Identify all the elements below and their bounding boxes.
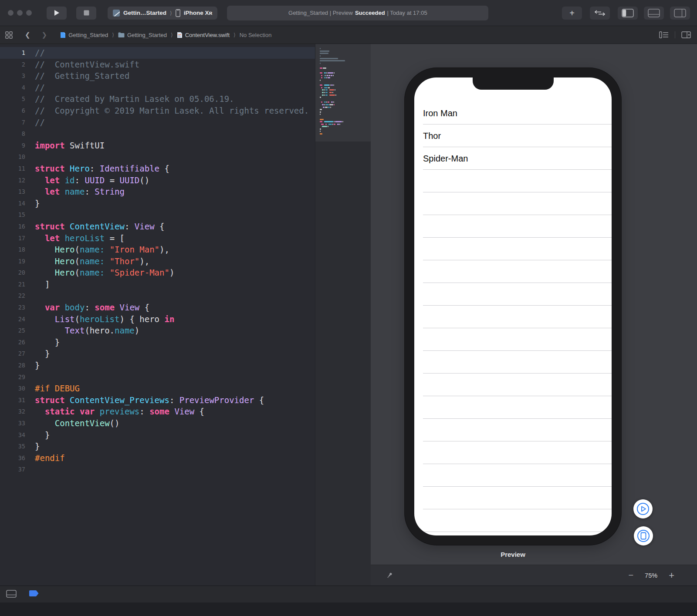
panel-toggles [618, 7, 690, 20]
code-line[interactable]: 11struct Hero: Identifiable { [0, 163, 315, 175]
toolbar: Gettin…Started ⟩ iPhone Xʀ Getting_Start… [0, 0, 697, 26]
code-line[interactable]: 9import SwiftUI [0, 140, 315, 151]
code-line[interactable]: 18 Hero(name: "Iron Man"), [0, 244, 315, 256]
toggle-debug-area-button[interactable] [644, 7, 664, 20]
code-line[interactable]: 15 [0, 209, 315, 221]
preview-on-device-button[interactable] [634, 526, 653, 545]
code-line[interactable]: 6// Copyright © 2019 Martin Lasek. All r… [0, 105, 315, 117]
breadcrumb-selection-label: No Selection [240, 32, 272, 38]
code-line[interactable]: 26 } [0, 337, 315, 348]
breadcrumb-group[interactable]: Getting_Started [118, 32, 167, 38]
code-line[interactable]: 31struct ContentView_Previews: PreviewPr… [0, 394, 315, 406]
bottom-bar [0, 586, 697, 616]
scheme-destination: iPhone Xʀ [184, 10, 213, 16]
swift-file-icon [177, 32, 183, 38]
line-number: 11 [0, 163, 25, 175]
minimap[interactable] [315, 44, 371, 586]
code-line[interactable]: 14} [0, 198, 315, 209]
code-editor[interactable]: 1//2// ContentView.swift3// Getting_Star… [0, 44, 315, 586]
code-line[interactable]: 35} [0, 441, 315, 452]
code-line[interactable]: 34 } [0, 429, 315, 441]
code-line[interactable]: 10 [0, 151, 315, 163]
zoom-window-button[interactable] [26, 10, 32, 16]
line-number: 8 [0, 128, 25, 140]
library-button[interactable]: + [562, 7, 582, 20]
play-icon [54, 10, 60, 16]
list-separator-row [414, 328, 612, 351]
code-line[interactable]: 27 } [0, 348, 315, 360]
code-line[interactable]: 21 ] [0, 279, 315, 290]
code-line[interactable]: 12 let id: UUID = UUID() [0, 175, 315, 186]
line-number: 2 [0, 59, 25, 71]
code-line[interactable]: 8 [0, 128, 315, 140]
traffic-lights [8, 10, 32, 16]
breadcrumb-separator: ⟩ [233, 32, 236, 38]
code-line[interactable]: 4// [0, 82, 315, 94]
activity-view: Getting_Started | Preview Succeeded | To… [227, 6, 488, 20]
close-window-button[interactable] [8, 10, 14, 16]
jump-bar: ❮ ❯ Getting_Started ⟩ Getting_Started ⟩ … [0, 26, 697, 44]
scheme-app-icon [113, 10, 120, 17]
code-line[interactable]: 7// [0, 117, 315, 128]
minimize-window-button[interactable] [17, 10, 23, 16]
project-file-icon [60, 32, 66, 38]
stop-button[interactable] [76, 7, 96, 20]
code-line[interactable]: 28} [0, 360, 315, 371]
code-line[interactable]: 5// Created by Martin Lasek on 05.06.19. [0, 93, 315, 105]
breakpoint-icon[interactable] [29, 590, 39, 597]
breadcrumb-separator: ⟩ [112, 32, 114, 38]
code-line[interactable]: 25 Text(hero.name) [0, 325, 315, 337]
line-number: 20 [0, 267, 25, 279]
activity-time: | Today at 17:05 [387, 10, 427, 16]
code-line[interactable]: 24 List(heroList) { hero in [0, 313, 315, 325]
code-line[interactable]: 20 Hero(name: "Spider-Man") [0, 267, 315, 279]
code-line[interactable]: 2// ContentView.swift [0, 59, 315, 71]
zoom-out-button[interactable]: − [628, 570, 633, 580]
list-separator-row [414, 215, 612, 238]
code-line[interactable]: 22 [0, 290, 315, 302]
code-line[interactable]: 17 let heroList = [ [0, 232, 315, 244]
code-line[interactable]: 36#endif [0, 452, 315, 464]
breadcrumb-file[interactable]: ContentView.swift [177, 32, 230, 38]
code-line[interactable]: 33 ContentView() [0, 417, 315, 429]
code-line[interactable]: 23 var body: some View { [0, 302, 315, 313]
toggle-navigator-button[interactable] [618, 7, 638, 20]
list-separator-row [414, 487, 612, 509]
pin-icon[interactable] [386, 572, 393, 579]
add-editor-icon[interactable] [681, 31, 691, 38]
line-number: 12 [0, 175, 25, 186]
code-line[interactable]: 13 let name: String [0, 186, 315, 198]
editor-mode-button[interactable] [590, 7, 610, 20]
line-number: 15 [0, 209, 25, 221]
line-number: 21 [0, 279, 25, 290]
line-number: 29 [0, 371, 25, 383]
breadcrumb-file-label: ContentView.swift [185, 32, 230, 38]
run-button[interactable] [47, 7, 67, 20]
go-back-button[interactable]: ❮ [25, 31, 30, 39]
code-line[interactable]: 32 static var previews: some View { [0, 406, 315, 417]
iphone-device-frame: Iron ManThorSpider-Man [405, 68, 621, 545]
code-line[interactable]: 1// [0, 47, 315, 59]
right-panel-icon [674, 9, 686, 17]
code-line[interactable]: 16struct ContentView: View { [0, 221, 315, 232]
code-line[interactable]: 29 [0, 371, 315, 383]
zoom-in-button[interactable]: + [669, 570, 674, 581]
code-line[interactable]: 37 [0, 464, 315, 475]
line-number: 10 [0, 151, 25, 163]
code-line[interactable]: 3// Getting_Started [0, 70, 315, 82]
scheme-selector[interactable]: Gettin…Started ⟩ iPhone Xʀ [108, 7, 217, 20]
scheme-chevron: ⟩ [170, 10, 172, 16]
related-items-icon[interactable] [5, 31, 13, 39]
toggle-inspector-button[interactable] [670, 7, 690, 20]
live-preview-button[interactable] [633, 499, 653, 518]
breadcrumb-group-label: Getting_Started [127, 32, 167, 38]
panel-toggle-icon[interactable] [6, 590, 17, 598]
breadcrumb-selection[interactable]: No Selection [240, 32, 272, 38]
code-line[interactable]: 19 Hero(name: "Thor"), [0, 256, 315, 267]
go-forward-button[interactable]: ❯ [42, 31, 47, 39]
list-separator-row [414, 464, 612, 487]
editor-options-icon[interactable] [659, 31, 669, 38]
code-line[interactable]: 30#if DEBUG [0, 383, 315, 394]
breadcrumb-project[interactable]: Getting_Started [60, 32, 108, 38]
zoom-level: 75% [645, 572, 657, 579]
